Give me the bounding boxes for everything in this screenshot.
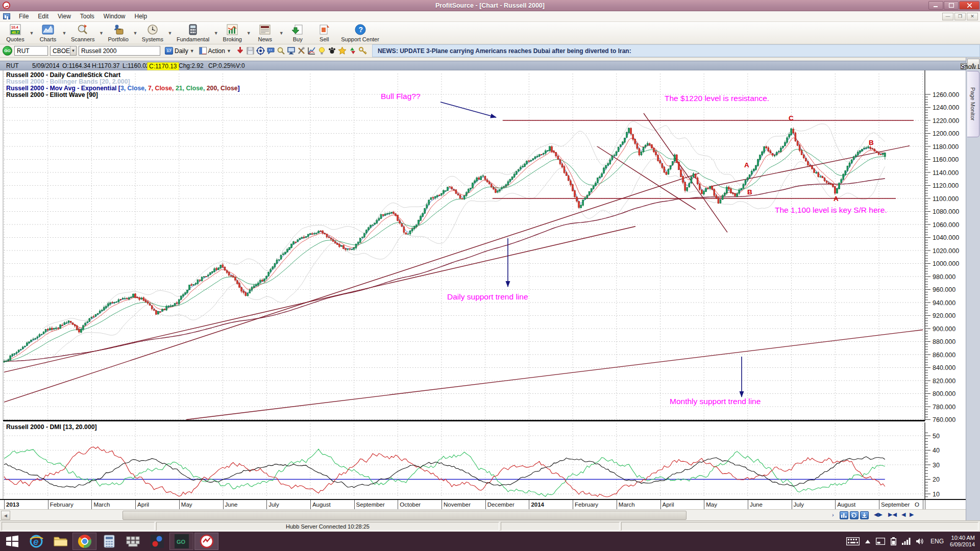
charts-dropdown-caret[interactable]: ▼: [61, 23, 67, 43]
action-center-icon[interactable]: [876, 538, 885, 545]
volume-icon[interactable]: [916, 538, 924, 545]
quotes-dropdown-caret[interactable]: ▼: [29, 23, 35, 43]
svg-text:880.000: 880.000: [933, 338, 955, 345]
menu-file[interactable]: File: [14, 11, 33, 21]
dmi-chart-canvas[interactable]: 1020304050: [0, 422, 966, 499]
quotes-button[interactable]: 10.440.7Quotes: [2, 22, 29, 44]
start-button[interactable]: [0, 532, 24, 551]
ie-taskbar-button[interactable]: e: [24, 532, 48, 551]
key-icon[interactable]: [358, 46, 368, 56]
news-button[interactable]: News: [252, 22, 278, 44]
battery-icon[interactable]: [891, 537, 896, 545]
menu-edit[interactable]: Edit: [33, 11, 53, 21]
svg-text:30: 30: [933, 461, 940, 468]
scroll-more-icon[interactable]: ›: [832, 512, 834, 518]
action-icon: [199, 47, 207, 55]
charts-button[interactable]: Charts: [35, 22, 61, 44]
explorer-taskbar-button[interactable]: [48, 532, 72, 551]
period-dropdown[interactable]: 17 Daily▼: [165, 47, 194, 55]
bulb-icon[interactable]: [317, 46, 327, 56]
profitsource-taskbar-button[interactable]: [194, 533, 218, 550]
chart-tool-icon[interactable]: [840, 511, 848, 519]
target-icon[interactable]: [256, 46, 265, 56]
charts-icon: [41, 23, 55, 36]
download-tool-icon[interactable]: [860, 511, 869, 519]
keyboard-app-taskbar-button[interactable]: [121, 532, 145, 551]
news-dropdown-caret[interactable]: ▼: [278, 23, 284, 43]
jump-end-icon[interactable]: ▶◀: [888, 511, 897, 518]
buy-button[interactable]: Buy: [284, 22, 311, 44]
child-restore-button[interactable]: ❐: [954, 13, 966, 20]
taskbar-clock[interactable]: 10:40 AM 6/09/2014: [950, 535, 975, 548]
dmi-legend: Russell 2000 - DMI [13, 20.000]: [6, 423, 97, 431]
search-icon[interactable]: [276, 46, 286, 56]
exchange-select[interactable]: CBOE▼: [50, 46, 77, 56]
go-app-taskbar-button[interactable]: GO: [169, 533, 193, 550]
sell-button[interactable]: Sell: [311, 22, 337, 44]
chart-annotation: The 1,100 level is key S/R here.: [775, 206, 887, 215]
candlestick-chart-canvas[interactable]: 760.000780.000800.000820.000840.000860.0…: [0, 70, 966, 422]
dots-app-taskbar-button[interactable]: [145, 532, 169, 551]
svg-text:760.000: 760.000: [933, 416, 955, 422]
menu-help[interactable]: Help: [130, 11, 152, 21]
menu-tools[interactable]: Tools: [76, 11, 99, 21]
scanners-dropdown-caret[interactable]: ▼: [98, 23, 104, 43]
chart-icon[interactable]: [307, 46, 316, 56]
star-icon[interactable]: [337, 46, 347, 56]
month-label: March: [93, 502, 110, 508]
close-button[interactable]: [959, 1, 979, 10]
support-center-button[interactable]: ?Support Center: [337, 22, 383, 44]
page-left-icon[interactable]: ◀: [901, 511, 905, 518]
price-chart[interactable]: 760.000780.000800.000820.000840.000860.0…: [0, 70, 966, 422]
systems-dropdown-caret[interactable]: ▼: [167, 23, 173, 43]
trendline-monthly-support: [186, 330, 923, 419]
save-icon[interactable]: [246, 46, 255, 56]
instrument-name-input[interactable]: Russell 2000: [79, 46, 160, 56]
page-right-icon[interactable]: ▶: [910, 511, 914, 518]
systems-icon: [146, 23, 159, 36]
scanners-button[interactable]: Scanners: [67, 22, 98, 44]
scroll-left-arrow[interactable]: ◄: [1, 511, 10, 520]
portfolio-button[interactable]: Portfolio: [104, 22, 132, 44]
chrome-taskbar-button[interactable]: [72, 533, 96, 550]
tools-icon[interactable]: [297, 46, 306, 56]
touch-keyboard-icon[interactable]: [846, 537, 860, 545]
child-minimize-button[interactable]: —: [942, 13, 953, 20]
calculator-taskbar-button[interactable]: [97, 532, 121, 551]
menu-window[interactable]: Window: [99, 11, 130, 21]
scrollbar-thumb[interactable]: [122, 511, 687, 520]
split-view-icon[interactable]: ◀▶: [874, 511, 883, 518]
go-button[interactable]: GO: [3, 46, 12, 56]
chat-icon[interactable]: [266, 46, 276, 56]
elliott-wave-label: A: [834, 195, 839, 203]
chart-scrollbar[interactable]: ◄ › ◀▶ ▶◀ ◀ ▶: [0, 509, 966, 520]
show-hidden-icons[interactable]: [865, 540, 870, 543]
systems-button[interactable]: Systems: [138, 22, 167, 44]
portfolio-dropdown-caret[interactable]: ▼: [132, 23, 138, 43]
page-monitor-tab[interactable]: Page Monitor: [967, 71, 979, 137]
fundamental-button[interactable]: Fundamental: [173, 22, 213, 44]
child-close-button[interactable]: ✕: [967, 13, 978, 20]
monitor-icon[interactable]: [286, 46, 296, 56]
action-dropdown[interactable]: Action▼: [199, 47, 231, 55]
refresh-tool-icon[interactable]: [850, 511, 859, 519]
status-message-cell: Hubb Server Connected 10:28:25: [156, 522, 499, 531]
paw-icon[interactable]: [327, 46, 337, 56]
month-label: December: [487, 502, 514, 508]
quote-cp: CP:0.25%: [208, 62, 236, 69]
broking-dropdown-caret[interactable]: ▼: [246, 23, 252, 43]
maximize-button[interactable]: [944, 1, 959, 10]
language-indicator[interactable]: ENG: [930, 538, 944, 545]
fundamental-dropdown-caret[interactable]: ▼: [213, 23, 219, 43]
network-signal-icon[interactable]: [902, 538, 911, 545]
menu-view[interactable]: View: [53, 11, 76, 21]
symbol-input[interactable]: RUT: [14, 46, 48, 56]
updown-icon[interactable]: [348, 46, 357, 56]
chevron-down-icon[interactable]: ▼: [70, 46, 76, 55]
chart-annotation: Daily support trend line: [447, 292, 528, 302]
dmi-panel[interactable]: 1020304050 Russell 2000 - DMI [13, 20.00…: [0, 422, 966, 499]
broking-button[interactable]: Broking: [219, 22, 246, 44]
support-icon: ?: [354, 23, 367, 36]
download-icon[interactable]: [235, 46, 245, 56]
minimize-button[interactable]: [928, 1, 943, 10]
